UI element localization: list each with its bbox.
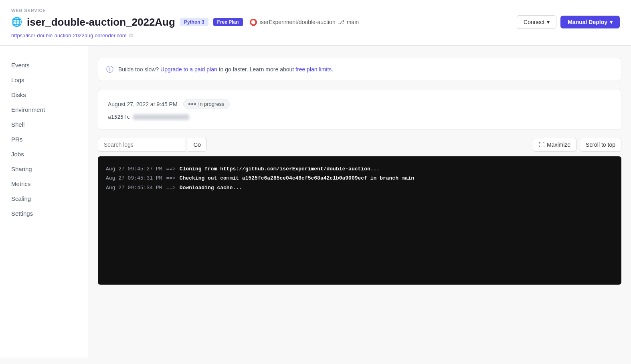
log-msg-2: Checking out commit a1525fc6a285ce04c48c…: [180, 174, 414, 183]
sidebar: Events Logs Disks Environment Shell PRs …: [0, 46, 88, 358]
web-service-label: WEB SERVICE: [11, 8, 620, 13]
log-line-3: Aug 27 09:45:34 PM ==> Downloading cache…: [106, 183, 613, 192]
log-controls-row: Go ⛶ Maximize Scroll to top: [98, 138, 621, 152]
branch-icon: ⎇: [338, 19, 344, 25]
log-section: Go ⛶ Maximize Scroll to top Aug 27 09:45…: [98, 138, 621, 285]
free-plan-limits-link[interactable]: free plan limits.: [295, 66, 333, 73]
log-search-group: Go: [98, 138, 207, 152]
sidebar-item-logs[interactable]: Logs: [0, 73, 88, 87]
log-line-1: Aug 27 09:45:27 PM ==> Cloning from http…: [106, 164, 613, 174]
commit-hash: a1525fc: [108, 114, 611, 120]
log-time-2: Aug 27 09:45:31 PM: [106, 174, 162, 183]
connect-button[interactable]: Connect ▾: [517, 15, 556, 29]
info-banner: ⓘ Builds too slow? Upgrade to a paid pla…: [98, 58, 621, 81]
sidebar-item-events[interactable]: Events: [0, 58, 88, 73]
status-dot-icon: [188, 103, 196, 105]
go-button[interactable]: Go: [188, 138, 207, 152]
sidebar-item-metrics[interactable]: Metrics: [0, 176, 88, 191]
log-msg-3: Downloading cache...: [180, 183, 242, 192]
info-icon: ⓘ: [106, 65, 113, 74]
log-arrow-1: ==>: [166, 164, 175, 174]
deploy-header: August 27, 2022 at 9:45 PM In progress: [108, 99, 611, 109]
info-banner-text: Builds too slow? Upgrade to a paid plan …: [118, 66, 333, 73]
maximize-icon: ⛶: [539, 142, 544, 148]
manual-deploy-button[interactable]: Manual Deploy ▾: [560, 16, 620, 28]
sidebar-item-sharing[interactable]: Sharing: [0, 162, 88, 176]
commit-blur: [133, 114, 189, 120]
log-time-3: Aug 27 09:45:34 PM: [106, 183, 162, 192]
globe-icon: 🌐: [11, 17, 22, 27]
header-actions: Connect ▾ Manual Deploy ▾: [517, 15, 620, 29]
service-title-row: 🌐 iser_double-auction_2022Aug Python 3 F…: [11, 15, 620, 29]
log-arrow-3: ==>: [166, 183, 175, 192]
main-layout: Events Logs Disks Environment Shell PRs …: [0, 46, 631, 358]
log-time-1: Aug 27 09:45:27 PM: [106, 164, 162, 174]
search-input[interactable]: [98, 138, 186, 152]
status-badge: In progress: [183, 99, 230, 109]
upgrade-link[interactable]: Upgrade to a paid plan: [160, 66, 219, 73]
scroll-to-top-button[interactable]: Scroll to top: [580, 138, 621, 152]
deploy-card: August 27, 2022 at 9:45 PM In progress a…: [98, 89, 621, 130]
log-line-2: Aug 27 09:45:31 PM ==> Checking out comm…: [106, 174, 613, 183]
sidebar-item-settings[interactable]: Settings: [0, 206, 88, 221]
header: WEB SERVICE 🌐 iser_double-auction_2022Au…: [0, 0, 631, 46]
sidebar-item-environment[interactable]: Environment: [0, 102, 88, 117]
sidebar-item-scaling[interactable]: Scaling: [0, 191, 88, 206]
deploy-timestamp: August 27, 2022 at 9:45 PM: [108, 101, 178, 107]
log-actions: ⛶ Maximize Scroll to top: [533, 138, 621, 152]
service-url-link[interactable]: https://iser-double-auction-2022aug.onre…: [11, 32, 127, 38]
content-area: ⓘ Builds too slow? Upgrade to a paid pla…: [88, 46, 631, 358]
service-name: iser_double-auction_2022Aug: [27, 16, 175, 28]
log-terminal: Aug 27 09:45:27 PM ==> Cloning from http…: [98, 156, 621, 285]
github-info: ⭕ iserExperiment/double-auction ⎇ main: [249, 18, 359, 26]
sidebar-item-jobs[interactable]: Jobs: [0, 147, 88, 162]
service-url: https://iser-double-auction-2022aug.onre…: [11, 32, 620, 39]
maximize-button[interactable]: ⛶ Maximize: [533, 138, 576, 152]
github-repo: iserExperiment/double-auction: [260, 19, 336, 25]
sidebar-item-shell[interactable]: Shell: [0, 117, 88, 132]
python-badge: Python 3: [180, 18, 208, 26]
sidebar-item-prs[interactable]: PRs: [0, 132, 88, 147]
copy-icon[interactable]: ⧉: [129, 32, 133, 39]
github-icon: ⭕: [249, 18, 257, 26]
log-arrow-2: ==>: [166, 174, 175, 183]
chevron-down-icon: ▾: [547, 19, 550, 25]
log-msg-1: Cloning from https://github.com/iserExpe…: [180, 164, 380, 174]
chevron-down-icon: ▾: [610, 19, 613, 25]
status-text: In progress: [198, 101, 224, 107]
github-branch: main: [347, 19, 359, 25]
sidebar-item-disks[interactable]: Disks: [0, 87, 88, 102]
free-plan-badge: Free Plan: [213, 18, 243, 26]
